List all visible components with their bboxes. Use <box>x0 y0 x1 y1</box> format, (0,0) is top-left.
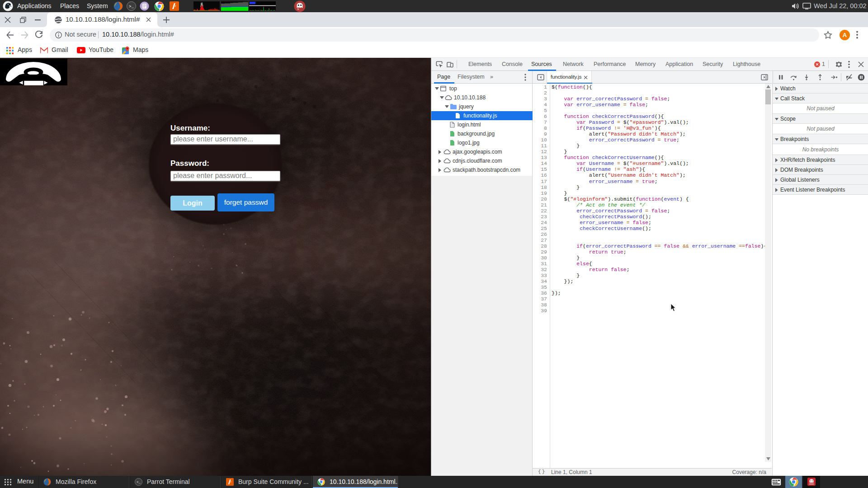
svg-text:>_: >_ <box>137 480 141 484</box>
svg-text:>_: >_ <box>129 5 134 9</box>
